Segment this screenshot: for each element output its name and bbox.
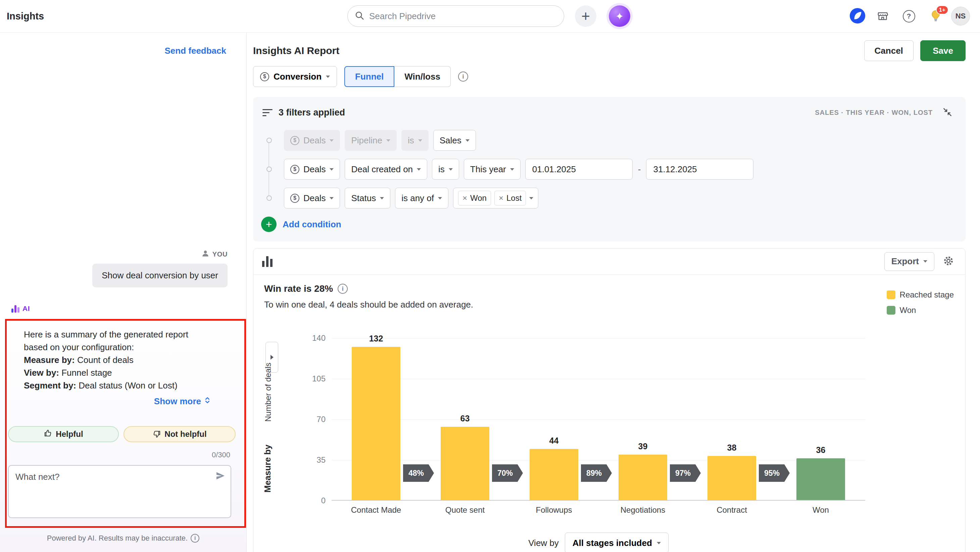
filter-deal-created-on-button[interactable]: Deal created on [345, 159, 427, 180]
ai-message-header: AI [11, 305, 30, 313]
bar-contact-made[interactable] [352, 347, 400, 500]
bar-value-label: 132 [349, 334, 403, 343]
char-counter: 0/300 [212, 451, 230, 459]
chart-body: Win rate is 28% i To win one deal, 4 dea… [253, 274, 965, 552]
gear-icon [942, 255, 955, 268]
caret-down-icon [329, 139, 334, 142]
deal-dollar-icon: $ [290, 136, 299, 145]
filter-chip-lost[interactable]: ×Lost [494, 191, 526, 206]
caret-down-icon [438, 197, 442, 199]
cancel-button[interactable]: Cancel [864, 40, 913, 61]
metric-dropdown[interactable]: $ Conversion [253, 66, 337, 87]
search-input[interactable] [369, 11, 557, 21]
chat-input[interactable] [9, 466, 231, 517]
caret-down-icon [923, 260, 927, 263]
filter-deals-button[interactable]: $Deals [284, 130, 340, 151]
filter-is-button[interactable]: is [401, 130, 429, 151]
caret-down-icon [329, 168, 334, 171]
conversion-badge: 97% [670, 464, 701, 482]
caret-down-icon [529, 197, 533, 199]
bar-won[interactable] [796, 458, 845, 500]
info-icon: i [337, 284, 348, 294]
status-chip-group[interactable]: ×Won×Lost [453, 188, 538, 209]
remove-chip-icon[interactable]: × [499, 194, 503, 202]
conversion-badge: 70% [492, 464, 523, 482]
show-more-button[interactable]: Show more [24, 396, 212, 407]
conversion-badge: 48% [403, 464, 434, 482]
add-condition-button[interactable]: + Add condition [261, 217, 341, 232]
x-axis-label: Contract [687, 505, 776, 515]
conversion-badge: 95% [759, 464, 790, 482]
helpful-button[interactable]: Helpful [8, 426, 119, 442]
filter-status-button[interactable]: Status [345, 188, 390, 209]
header-actions: Cancel Save [864, 40, 966, 61]
filter-deals-button[interactable]: $Deals [284, 188, 340, 209]
legend-swatch [887, 306, 896, 314]
bar-followups[interactable] [530, 449, 578, 500]
filter-deals-button[interactable]: $Deals [284, 159, 340, 180]
filter-pipeline-button[interactable]: Pipeline [345, 130, 397, 151]
view-by-dropdown[interactable]: All stages included [565, 533, 668, 552]
filter-button-label: Deals [304, 193, 326, 203]
bar-contract[interactable] [708, 456, 756, 500]
x-axis-label: Negotiations [598, 505, 687, 515]
filters-panel: 3 filters applied SALES · THIS YEAR · WO… [253, 97, 966, 241]
help-button[interactable]: ? [901, 8, 917, 24]
view-by-row: View by All stages included [332, 533, 865, 552]
feedback-buttons: Helpful Not helpful [8, 426, 235, 442]
filters-header: 3 filters applied SALES · THIS YEAR · WO… [262, 105, 955, 120]
config-label: Segment by: [24, 380, 76, 391]
tab-win-loss[interactable]: Win/loss [395, 66, 451, 87]
range-separator: - [638, 164, 641, 175]
export-button[interactable]: Export [885, 252, 934, 271]
date-input[interactable]: 01.01.2025 [525, 159, 633, 180]
copilot-button[interactable] [850, 8, 865, 24]
send-button[interactable] [215, 471, 226, 482]
avatar[interactable]: NS [951, 7, 970, 26]
marketplace-button[interactable] [875, 8, 891, 24]
measure-by-label[interactable]: Measure by [262, 439, 273, 498]
filters-shortcuts: SALES · THIS YEAR · WON, LOST [815, 109, 933, 116]
quick-add-button[interactable]: + [575, 5, 597, 27]
ai-assistant-button[interactable]: ✦ [609, 5, 630, 27]
bar-value-label: 63 [438, 414, 492, 423]
question-icon: ? [903, 10, 915, 22]
app-body: Send feedback YOU Show deal conversion b… [0, 33, 980, 552]
x-axis-label: Won [776, 505, 865, 515]
you-label: YOU [212, 250, 228, 258]
save-button[interactable]: Save [920, 40, 966, 61]
deal-dollar-icon: $ [290, 194, 299, 203]
filter-this-year-button[interactable]: This year [464, 159, 520, 180]
deal-dollar-icon: $ [260, 72, 269, 81]
send-feedback-link[interactable]: Send feedback [164, 46, 226, 56]
collapse-filters-button[interactable] [940, 105, 955, 120]
filter-button-label: Deal created on [351, 164, 413, 175]
filter-is-any-of-button[interactable]: is any of [395, 188, 449, 209]
filter-is-button[interactable]: is [432, 159, 459, 180]
legend-item: Reached stage [887, 290, 954, 300]
settings-button[interactable] [940, 254, 956, 270]
bar-quote-sent[interactable] [441, 427, 489, 500]
chat-input-box [8, 465, 231, 518]
ai-label: AI [22, 305, 30, 313]
plot-area: 132634439383648%70%89%97%95% [332, 338, 865, 501]
ai-response-intro: Here is a summary of the generated repor… [24, 328, 212, 354]
filter-chip-won[interactable]: ×Won [458, 191, 491, 206]
legend-item: Won [887, 306, 954, 315]
bar-value-label: 39 [616, 442, 670, 451]
filter-rows: $DealsPipelineisSales$DealsDeal created … [262, 130, 955, 232]
info-icon: i [191, 534, 199, 542]
tab-funnel[interactable]: Funnel [344, 66, 395, 87]
thumbs-down-icon [153, 430, 161, 439]
date-input[interactable]: 31.12.2025 [646, 159, 754, 180]
remove-chip-icon[interactable]: × [463, 194, 467, 202]
y-tick-label: 140 [299, 333, 326, 343]
bar-negotiations[interactable] [619, 455, 667, 500]
chart-toolbar: Export [253, 249, 965, 274]
global-search[interactable] [347, 5, 564, 27]
whats-new-button[interactable]: 1+ [928, 8, 944, 24]
filter-sales-button[interactable]: Sales [433, 130, 476, 151]
report-area: Insights AI Report Cancel Save $ Convers… [247, 33, 980, 552]
bar-value-label: 36 [794, 445, 848, 455]
not-helpful-button[interactable]: Not helpful [124, 426, 235, 442]
